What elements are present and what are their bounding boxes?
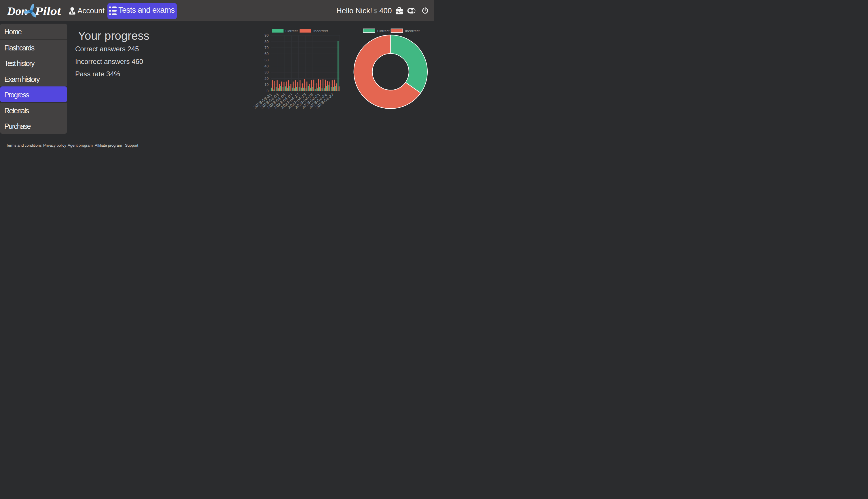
- svg-text:50: 50: [264, 58, 269, 62]
- svg-text:Correct: Correct: [285, 29, 298, 33]
- svg-text:0: 0: [267, 89, 269, 93]
- svg-text:70: 70: [264, 46, 269, 50]
- svg-text:60: 60: [264, 51, 269, 56]
- svg-text:10: 10: [264, 82, 269, 87]
- svg-text:20: 20: [264, 76, 269, 81]
- svg-text:40: 40: [264, 64, 269, 68]
- svg-text:Pilot: Pilot: [35, 4, 61, 17]
- svg-text:Don: Don: [7, 4, 28, 17]
- svg-text:Incorrect: Incorrect: [405, 29, 420, 33]
- svg-text:80: 80: [264, 39, 269, 44]
- svg-text:30: 30: [264, 70, 269, 74]
- svg-text:90: 90: [264, 33, 269, 37]
- svg-text:Incorrect: Incorrect: [313, 29, 328, 33]
- svg-text:Correct: Correct: [377, 29, 390, 33]
